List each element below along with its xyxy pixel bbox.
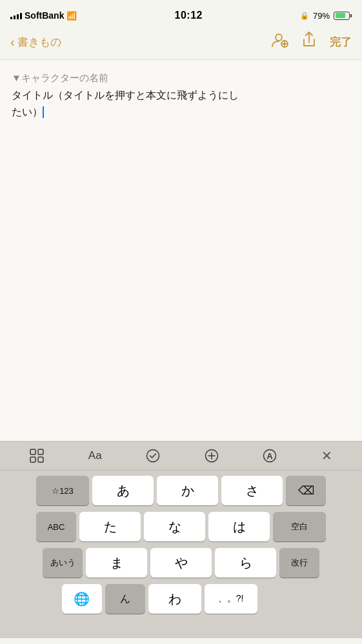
svg-rect-6 (30, 457, 35, 462)
backspace-key[interactable]: ⌫ (286, 476, 326, 505)
keyboard-toolbar: Aa A ✕ (0, 441, 362, 471)
back-button[interactable]: ‹ 書きもの (10, 35, 61, 50)
key-ma[interactable]: ま (86, 548, 147, 578)
enter-key[interactable]: 改行 (279, 548, 319, 578)
text-cursor (43, 106, 44, 118)
editor-line2: タイトル（タイトルを押すと本文に飛ずようにし (12, 87, 350, 104)
add-person-button[interactable] (270, 31, 288, 53)
nav-right-group: 完了 (270, 31, 352, 53)
kana123-key[interactable]: ☆123 (36, 476, 89, 505)
svg-point-0 (276, 34, 282, 41)
key-ka[interactable]: か (157, 476, 218, 505)
status-bar: SoftBank 📶 10:12 🔒 79% (0, 0, 362, 28)
back-chevron-icon: ‹ (10, 35, 15, 48)
signal-icon (10, 12, 22, 19)
key-a[interactable]: あ (92, 476, 154, 505)
lock-icon: 🔒 (300, 12, 309, 20)
check-button[interactable] (141, 446, 165, 465)
done-button[interactable]: 完了 (330, 35, 352, 50)
battery-icon (334, 12, 352, 20)
plus-button[interactable] (199, 446, 224, 465)
status-time: 10:12 (175, 10, 203, 21)
key-ha[interactable]: は (208, 512, 270, 542)
globe-key[interactable]: 🌐 (62, 584, 102, 614)
key-ya[interactable]: や (150, 548, 212, 578)
carrier-label: SoftBank (25, 10, 64, 21)
grid-button[interactable] (25, 446, 49, 465)
keyboard-row-3: あいう ま や ら 改行 (2, 548, 360, 578)
battery-percent: 79% (313, 11, 330, 21)
close-keyboard-button[interactable]: ✕ (316, 445, 337, 466)
key-ta[interactable]: た (79, 512, 141, 542)
share-button[interactable] (301, 31, 317, 53)
keyboard-row-2: ABC た な は 空白 (2, 512, 360, 542)
nav-bar: ‹ 書きもの 完了 (0, 28, 362, 60)
svg-rect-7 (38, 457, 43, 462)
editor-line3: たい） (12, 104, 350, 121)
space-key[interactable]: 空白 (273, 512, 326, 542)
nn-key[interactable]: ん (105, 584, 145, 614)
font-label: Aa (88, 449, 102, 462)
abc-key[interactable]: ABC (36, 512, 76, 542)
key-sa[interactable]: さ (221, 476, 283, 505)
close-label: ✕ (321, 448, 332, 463)
font-button[interactable]: Aa (83, 447, 107, 465)
empty-cell (261, 584, 301, 614)
svg-point-8 (147, 450, 159, 462)
keyboard: ☆123 あ か さ ⌫ ABC た な は 空白 (0, 471, 362, 638)
editor-line1: ▼キャラクターの名前 (12, 70, 350, 86)
wifi-icon: 📶 (66, 11, 77, 21)
aiue-key[interactable]: あいう (43, 548, 83, 578)
editor-content: ▼キャラクターの名前 タイトル（タイトルを押すと本文に飛ずようにし たい） (12, 70, 350, 120)
letter-button[interactable]: A (257, 446, 282, 465)
keyboard-row-4: 🌐 ん わ 、。?! (2, 584, 360, 614)
status-carrier: SoftBank 📶 (10, 10, 77, 21)
key-ra[interactable]: ら (215, 548, 276, 578)
svg-rect-4 (30, 449, 35, 454)
svg-rect-5 (38, 449, 43, 454)
keyboard-row-1: ☆123 あ か さ ⌫ (2, 476, 360, 505)
key-punctuation[interactable]: 、。?! (205, 584, 257, 614)
key-wa[interactable]: わ (148, 584, 201, 614)
key-na[interactable]: な (144, 512, 205, 542)
svg-text:A: A (266, 451, 273, 461)
status-right: 🔒 79% (300, 11, 352, 21)
back-label: 書きもの (17, 35, 61, 50)
editor-area[interactable]: ▼キャラクターの名前 タイトル（タイトルを押すと本文に飛ずようにし たい） (0, 60, 362, 441)
